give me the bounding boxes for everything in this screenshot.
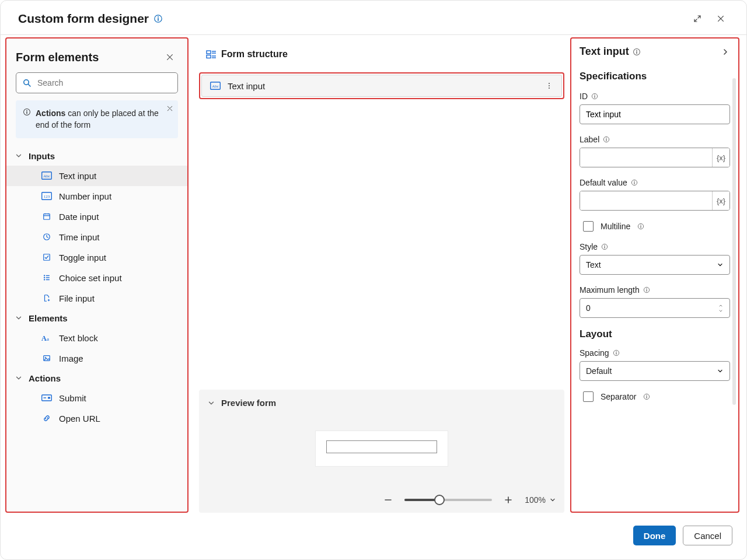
cancel-button[interactable]: Cancel — [683, 526, 732, 545]
sidebar-item-label: Submit — [59, 393, 86, 403]
info-icon[interactable] — [153, 14, 163, 23]
properties-panel: Text input Specifications ID Label {x} D… — [570, 37, 739, 513]
link-icon — [41, 414, 52, 422]
multiline-checkbox[interactable] — [583, 221, 594, 232]
actions-notice: Actions can only be placed at the end of… — [16, 100, 178, 138]
chevron-down-icon — [549, 496, 556, 503]
search-input[interactable] — [16, 72, 178, 93]
toggle-icon — [41, 253, 52, 261]
notice-close-button[interactable] — [166, 105, 173, 112]
step-up-button[interactable] — [718, 303, 724, 308]
style-select[interactable]: Text — [580, 255, 730, 275]
separator-label: Separator — [601, 392, 636, 401]
textblock-icon — [41, 334, 52, 342]
variable-picker-button[interactable]: {x} — [712, 148, 729, 167]
sidebar-item-toggle-input[interactable]: Toggle input — [6, 247, 187, 268]
info-icon[interactable] — [601, 243, 608, 250]
sidebar-item-label: Time input — [59, 232, 99, 242]
info-icon[interactable] — [643, 286, 650, 293]
preview-header[interactable]: Preview form — [207, 398, 556, 408]
info-icon[interactable] — [591, 93, 598, 100]
expand-button[interactable] — [686, 9, 709, 28]
window-close-button[interactable] — [709, 9, 732, 28]
chevron-down-icon — [15, 152, 23, 160]
sidebar-item-label: Text block — [59, 333, 98, 343]
sidebar-title: Form elements — [16, 51, 99, 64]
zoom-in-button[interactable] — [501, 493, 515, 507]
zoom-out-button[interactable] — [381, 493, 395, 507]
zoom-slider[interactable] — [404, 499, 492, 501]
clock-icon — [41, 233, 52, 241]
sidebar-item-time-input[interactable]: Time input — [6, 227, 187, 247]
layout-section: Layout — [580, 328, 730, 340]
sidebar-item-text-input[interactable]: Text input — [6, 166, 187, 186]
group-header-actions[interactable]: Actions — [6, 369, 187, 388]
sidebar-item-label: File input — [59, 293, 95, 303]
done-button[interactable]: Done — [633, 526, 676, 545]
form-structure-header: Form structure — [199, 38, 564, 68]
chevron-down-icon — [717, 368, 724, 374]
info-icon[interactable] — [637, 223, 644, 230]
spacing-select[interactable]: Default — [580, 361, 730, 381]
sidebar-item-label: Date input — [59, 212, 99, 222]
sidebar-item-submit[interactable]: Submit — [6, 388, 187, 408]
info-icon[interactable] — [603, 136, 610, 143]
step-down-button[interactable] — [718, 309, 724, 313]
sidebar-item-choice-set-input[interactable]: Choice set input — [6, 268, 187, 288]
chevron-down-icon — [15, 374, 23, 382]
sidebar-item-text-block[interactable]: Text block — [6, 328, 187, 348]
label-field[interactable]: {x} — [580, 148, 730, 167]
info-icon[interactable] — [633, 48, 641, 56]
sidebar-item-file-input[interactable]: File input — [6, 288, 187, 309]
info-icon[interactable] — [631, 179, 638, 186]
sidebar-item-label: Choice set input — [59, 273, 122, 283]
info-icon[interactable] — [613, 349, 620, 356]
image-icon — [41, 354, 52, 362]
sidebar-item-label: Text input — [59, 171, 96, 181]
specifications-section: Specifications — [580, 71, 730, 82]
sidebar-item-label: Open URL — [59, 414, 100, 424]
submit-icon — [41, 394, 52, 402]
id-field[interactable] — [580, 104, 730, 124]
group-label: Actions — [29, 373, 61, 383]
sidebar-item-label: Toggle input — [59, 253, 106, 262]
collapse-button[interactable] — [721, 47, 730, 57]
chevron-down-icon — [207, 399, 215, 407]
sidebar-item-number-input[interactable]: Number input — [6, 186, 187, 206]
sidebar-item-image[interactable]: Image — [6, 348, 187, 369]
variable-picker-button[interactable]: {x} — [712, 191, 729, 210]
separator-checkbox[interactable] — [583, 391, 594, 402]
structure-item-text-input[interactable]: Text input — [201, 75, 562, 97]
file-icon — [41, 294, 52, 302]
group-header-inputs[interactable]: Inputs — [6, 146, 187, 166]
item-overflow-button[interactable] — [543, 79, 556, 92]
structure-item-label: Text input — [228, 81, 543, 91]
sidebar-item-date-input[interactable]: Date input — [6, 206, 187, 227]
group-label: Inputs — [29, 151, 55, 161]
sidebar-item-open-url[interactable]: Open URL — [6, 408, 187, 429]
abc-icon — [210, 82, 222, 90]
sidebar-close-button[interactable] — [162, 49, 178, 65]
search-icon — [22, 78, 32, 88]
structure-item-card: Text input — [199, 72, 564, 99]
multiline-label: Multiline — [601, 222, 630, 231]
structure-icon — [206, 50, 217, 59]
maximum-length-field[interactable]: 0 — [580, 298, 730, 318]
group-header-elements[interactable]: Elements — [6, 309, 187, 328]
form-elements-panel: Form elements Actions can only be placed… — [5, 37, 189, 513]
list-icon — [41, 274, 52, 282]
default-value-field[interactable]: {x} — [580, 191, 730, 211]
zoom-dropdown[interactable]: 100% — [525, 495, 556, 505]
scrollbar[interactable] — [732, 78, 736, 405]
info-icon[interactable] — [643, 393, 650, 400]
chevron-down-icon — [15, 314, 23, 322]
chevron-down-icon — [717, 261, 724, 268]
sidebar-item-label: Number input — [59, 191, 111, 201]
group-label: Elements — [29, 313, 68, 323]
search-text[interactable] — [36, 78, 172, 88]
date-icon — [41, 212, 52, 220]
preview-text-input[interactable] — [326, 440, 437, 453]
num-icon — [41, 192, 52, 200]
preview-panel: Preview form 100% — [199, 390, 564, 513]
sidebar-item-label: Image — [59, 354, 83, 363]
